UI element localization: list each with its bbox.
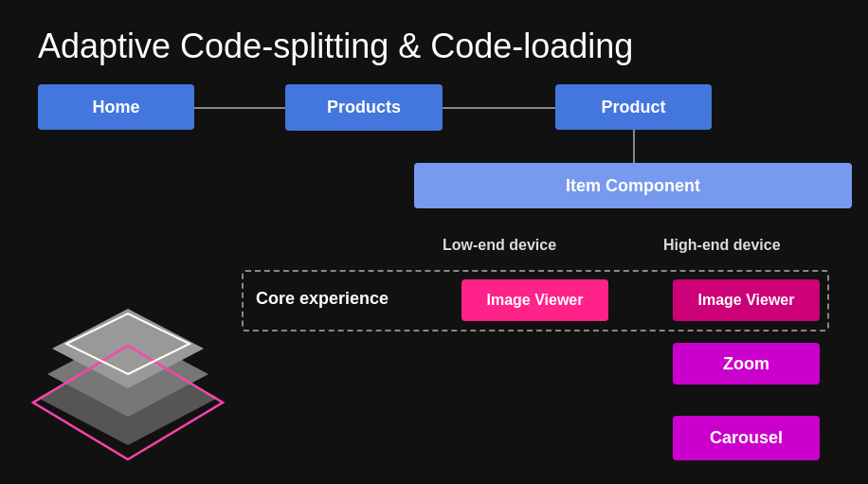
connector-home-products <box>194 107 285 109</box>
layers-illustration <box>19 284 237 469</box>
carousel-box: Carousel <box>673 416 820 460</box>
core-experience-label: Core experience <box>256 289 389 309</box>
lowend-device-label: Low-end device <box>443 237 556 254</box>
connector-products-product <box>443 107 555 109</box>
home-route-box: Home <box>38 84 194 130</box>
zoom-box: Zoom <box>673 343 820 385</box>
page-title: Adaptive Code-splitting & Code-loading <box>38 27 633 66</box>
product-route-box: Product <box>555 84 712 130</box>
connector-product-item <box>633 130 635 163</box>
image-viewer-highend: Image Viewer <box>673 279 820 321</box>
products-route-box: Products <box>285 84 443 131</box>
image-viewer-lowend: Image Viewer <box>461 279 608 321</box>
item-component-box: Item Component <box>414 163 852 208</box>
highend-device-label: High-end device <box>663 237 781 254</box>
